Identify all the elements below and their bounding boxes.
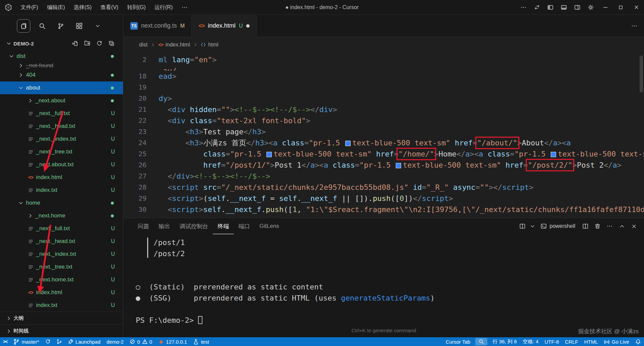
refresh-icon[interactable]	[95, 39, 103, 47]
sync-button[interactable]	[42, 337, 54, 346]
menu-item-3[interactable]: 查看(V)	[96, 0, 123, 15]
panel-tab-问题[interactable]: 问题	[133, 218, 154, 234]
maximize-button[interactable]	[613, 0, 629, 15]
tree-item-404[interactable]: 404	[0, 69, 123, 81]
tree-item-label: index.txt	[36, 302, 57, 309]
menu-item-5[interactable]: 运行(R)	[150, 0, 177, 15]
tab-index-html[interactable]: <> index.html U	[192, 15, 256, 37]
new-terminal-icon[interactable]	[517, 221, 528, 232]
notifications[interactable]	[632, 337, 644, 346]
chevron-down-icon[interactable]	[91, 19, 104, 33]
sync-icon	[45, 339, 51, 344]
close-panel-icon[interactable]	[629, 221, 639, 232]
tree-item-_next.home[interactable]: _next.home	[0, 209, 123, 222]
cursor-position[interactable]: 行 36, 列 8	[489, 337, 520, 346]
panel-tab-端口[interactable]: 端口	[234, 218, 255, 234]
tree-item-home[interactable]: home	[0, 197, 123, 209]
statusbar-search[interactable]	[475, 338, 487, 345]
source-control-icon[interactable]	[54, 19, 67, 33]
explorer-icon[interactable]	[17, 19, 30, 33]
close-button[interactable]	[629, 0, 644, 15]
tree-item-_next.about.txt[interactable]: _next.about.txtU	[0, 158, 123, 171]
explorer-section-header[interactable]: DEMO-2	[0, 37, 123, 50]
tree-item-_next._tree.txt[interactable]: _next._tree.txtU	[0, 261, 123, 273]
tree-item-index.txt[interactable]: index.txtU	[0, 184, 123, 197]
breadcrumb-file[interactable]: <> index.html	[158, 42, 190, 48]
breadcrumb-symbol[interactable]: html	[201, 42, 218, 48]
panel-tab-终端[interactable]: 终端	[213, 218, 234, 234]
split-terminal-icon[interactable]	[580, 221, 591, 232]
language-mode[interactable]: HTML	[581, 337, 601, 346]
broadcast-icon	[604, 339, 610, 345]
tree-item-_next._full.txt[interactable]: _next._full.txtU	[0, 107, 123, 120]
go-live[interactable]: Go Live	[601, 337, 632, 346]
kill-terminal-icon[interactable]	[592, 221, 603, 232]
html-file-icon: <>	[26, 290, 35, 295]
panel-tab-GitLens[interactable]: GitLens	[255, 218, 284, 234]
launchpad-button[interactable]: Launchpad	[65, 337, 103, 346]
toggle-secondary-sidebar-icon[interactable]	[571, 0, 584, 15]
menu-overflow-icon[interactable]	[177, 0, 192, 15]
toggle-layout-icon[interactable]	[530, 0, 544, 15]
sidebar-section-0[interactable]: 大纲	[0, 312, 123, 324]
tree-item-about[interactable]: about	[0, 81, 123, 94]
eol[interactable]: CRLF	[562, 337, 581, 346]
tree-item-_next._head.txt[interactable]: _next._head.txtU	[0, 120, 123, 133]
tree-item-_next._tree.txt[interactable]: _next._tree.txtU	[0, 145, 123, 158]
tree-item-index.html[interactable]: <>index.htmlU	[0, 171, 123, 184]
host-indicator[interactable]: 127.0.0.1	[155, 337, 190, 346]
branch-indicator[interactable]: master*	[10, 337, 42, 346]
project-name[interactable]: demo-2	[103, 337, 127, 346]
cursor-tab-indicator[interactable]: Cursor Tab	[443, 337, 473, 346]
terminal-profile[interactable]: powershell	[537, 223, 579, 229]
search-icon[interactable]	[35, 19, 49, 33]
tree-item-index.txt[interactable]: index.txtU	[0, 299, 123, 312]
commit-graph-button[interactable]	[54, 337, 65, 346]
terminal-dropdown-icon[interactable]	[529, 221, 536, 232]
breadcrumb-folder[interactable]: dist	[139, 42, 148, 48]
panel-tab-输出[interactable]: 输出	[154, 218, 175, 234]
minimize-button[interactable]	[598, 0, 613, 15]
sidebar-section-1[interactable]: 时间线	[0, 324, 123, 337]
menu-item-1[interactable]: 编辑(E)	[42, 0, 69, 15]
tree-item-_not-found[interactable]: _not-found	[0, 63, 123, 69]
terminal-line	[136, 259, 644, 270]
tree-item-_next._full.txt[interactable]: _next._full.txtU	[0, 222, 123, 235]
new-folder-icon[interactable]	[83, 39, 91, 47]
tree-item-_next.about[interactable]: _next.about	[0, 94, 123, 107]
encoding[interactable]: UTF-8	[542, 337, 562, 346]
code-editor[interactable]: 2ml lang="en"> au/18ead>1920dy>21 <div h…	[124, 52, 644, 218]
panel-tab-调试控制台[interactable]: 调试控制台	[175, 218, 213, 234]
tab-actions-icon[interactable]	[624, 15, 644, 37]
tree-item-_next._index.txt[interactable]: _next._index.txtU	[0, 133, 123, 145]
code-line-21: 21 <div hidden=""><!--$--><!--/$--></div…	[124, 104, 644, 115]
menu-item-0[interactable]: 文件(F)	[16, 0, 42, 15]
tree-item-label: about	[26, 84, 40, 91]
test-indicator[interactable]: test	[190, 337, 212, 346]
problems-indicator[interactable]: 0 0	[127, 337, 155, 346]
panel-more-icon[interactable]	[604, 221, 615, 232]
tree-item-index.html[interactable]: <>index.htmlU	[0, 286, 123, 299]
indentation[interactable]: 空格: 4	[520, 337, 542, 346]
menu-item-4[interactable]: 转到(G)	[123, 0, 150, 15]
editor-scrollbar[interactable]	[640, 56, 643, 93]
maximize-panel-icon[interactable]	[616, 221, 627, 232]
project-root-label: DEMO-2	[13, 41, 34, 46]
tab-next-config-ts[interactable]: TS next.config.ts M	[124, 15, 192, 37]
titlebar-more-icon[interactable]	[517, 0, 530, 15]
menu-item-2[interactable]: 选择(S)	[69, 0, 96, 15]
tree-item-_next._head.txt[interactable]: _next._head.txtU	[0, 235, 123, 248]
line-number: 22	[124, 115, 156, 126]
toggle-sidebar-icon[interactable]	[544, 0, 557, 15]
tree-item-_next.home.txt[interactable]: _next.home.txtU	[0, 273, 123, 286]
terminal[interactable]: /post/1 /post/2○ (Static) prerendered as…	[124, 234, 644, 337]
new-file-icon[interactable]	[71, 39, 79, 47]
toggle-panel-icon[interactable]	[557, 0, 571, 15]
collapse-folders-icon[interactable]	[107, 39, 116, 47]
extensions-icon[interactable]	[72, 19, 86, 33]
tree-item-_next._index.txt[interactable]: _next._index.txtU	[0, 248, 123, 261]
line-number: 18	[124, 71, 156, 82]
tree-item-dist[interactable]: dist	[0, 50, 123, 63]
remote-indicator[interactable]: ><	[0, 337, 10, 346]
settings-gear-icon[interactable]	[584, 0, 598, 15]
